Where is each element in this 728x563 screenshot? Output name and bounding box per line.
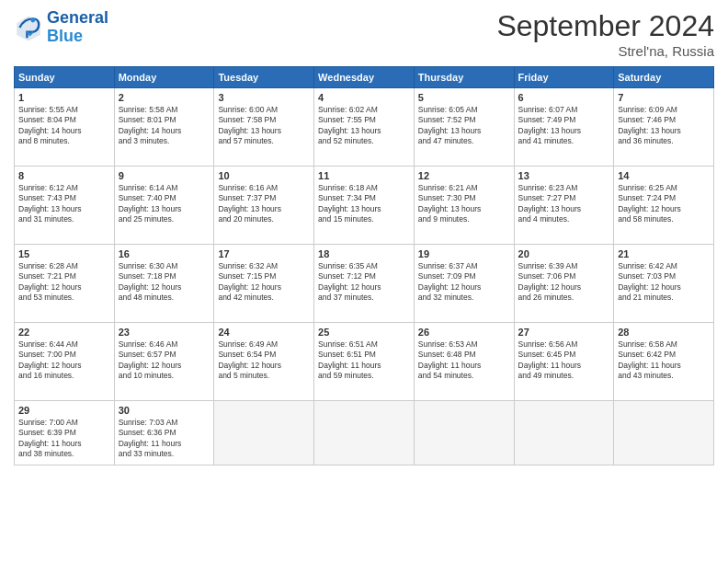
header-wednesday: Wednesday [314,67,415,88]
day-number: 23 [119,327,210,338]
calendar-cell: 13Sunrise: 6:23 AMSunset: 7:27 PMDayligh… [514,167,614,245]
calendar-cell: 17Sunrise: 6:32 AMSunset: 7:15 PMDayligh… [214,245,314,323]
calendar-cell: 10Sunrise: 6:16 AMSunset: 7:37 PMDayligh… [214,167,314,245]
header-tuesday: Tuesday [214,67,314,88]
logo-text: General Blue [47,9,108,46]
day-info: Sunrise: 6:14 AMSunset: 7:40 PMDaylight:… [119,183,210,225]
calendar-week-row: 22Sunrise: 6:44 AMSunset: 7:00 PMDayligh… [15,323,714,401]
header-thursday: Thursday [414,67,514,88]
calendar-cell [314,401,415,465]
day-number: 27 [518,327,610,338]
day-number: 9 [119,170,210,181]
logo: General Blue [14,9,108,46]
day-number: 13 [518,170,610,181]
day-info: Sunrise: 6:53 AMSunset: 6:48 PMDaylight:… [418,339,510,382]
calendar-cell: 4Sunrise: 6:02 AMSunset: 7:55 PMDaylight… [314,88,415,167]
calendar-cell: 2Sunrise: 5:58 AMSunset: 8:01 PMDaylight… [114,88,214,167]
calendar-cell: 21Sunrise: 6:42 AMSunset: 7:03 PMDayligh… [614,245,714,323]
day-info: Sunrise: 6:58 AMSunset: 6:42 PMDaylight:… [618,339,710,382]
calendar-cell: 18Sunrise: 6:35 AMSunset: 7:12 PMDayligh… [314,245,415,323]
day-info: Sunrise: 6:56 AMSunset: 6:45 PMDaylight:… [518,339,610,382]
day-number: 14 [618,170,710,181]
day-info: Sunrise: 6:02 AMSunset: 7:55 PMDaylight:… [318,105,410,147]
day-info: Sunrise: 5:58 AMSunset: 8:01 PMDaylight:… [119,105,210,147]
header-monday: Monday [114,67,214,88]
day-info: Sunrise: 7:03 AMSunset: 6:36 PMDaylight:… [119,418,210,460]
day-number: 24 [218,327,310,338]
day-info: Sunrise: 5:55 AMSunset: 8:04 PMDaylight:… [18,105,110,147]
day-number: 21 [618,248,710,259]
calendar-cell [414,401,514,465]
day-number: 19 [418,248,510,259]
page-header: General Blue September 2024 Strel'na, Ru… [14,9,714,59]
day-info: Sunrise: 6:42 AMSunset: 7:03 PMDaylight:… [618,261,710,304]
calendar-cell: 30Sunrise: 7:03 AMSunset: 6:36 PMDayligh… [114,401,214,465]
calendar-week-row: 1Sunrise: 5:55 AMSunset: 8:04 PMDaylight… [15,88,714,167]
day-info: Sunrise: 6:37 AMSunset: 7:09 PMDaylight:… [418,261,510,304]
calendar-week-row: 29Sunrise: 7:00 AMSunset: 6:39 PMDayligh… [15,401,714,465]
calendar-cell: 22Sunrise: 6:44 AMSunset: 7:00 PMDayligh… [15,323,115,401]
day-number: 22 [18,327,110,338]
day-info: Sunrise: 6:28 AMSunset: 7:21 PMDaylight:… [18,261,110,304]
day-info: Sunrise: 6:51 AMSunset: 6:51 PMDaylight:… [318,339,410,382]
calendar-cell: 16Sunrise: 6:30 AMSunset: 7:18 PMDayligh… [114,245,214,323]
day-number: 30 [119,405,210,416]
day-number: 4 [318,92,410,103]
month-title: September 2024 [496,9,714,43]
calendar-cell: 25Sunrise: 6:51 AMSunset: 6:51 PMDayligh… [314,323,415,401]
day-info: Sunrise: 6:32 AMSunset: 7:15 PMDaylight:… [218,261,310,304]
day-number: 29 [18,405,110,416]
day-info: Sunrise: 6:39 AMSunset: 7:06 PMDaylight:… [518,261,610,304]
day-number: 25 [318,327,410,338]
day-info: Sunrise: 6:30 AMSunset: 7:18 PMDaylight:… [119,261,210,304]
day-number: 5 [418,92,510,103]
day-info: Sunrise: 6:00 AMSunset: 7:58 PMDaylight:… [218,105,310,147]
location: Strel'na, Russia [496,43,714,59]
calendar-cell: 5Sunrise: 6:05 AMSunset: 7:52 PMDaylight… [414,88,514,167]
day-info: Sunrise: 6:44 AMSunset: 7:00 PMDaylight:… [18,339,110,382]
calendar-cell: 15Sunrise: 6:28 AMSunset: 7:21 PMDayligh… [15,245,115,323]
header-sunday: Sunday [15,67,115,88]
calendar-cell: 24Sunrise: 6:49 AMSunset: 6:54 PMDayligh… [214,323,314,401]
calendar-cell: 7Sunrise: 6:09 AMSunset: 7:46 PMDaylight… [614,88,714,167]
day-info: Sunrise: 6:16 AMSunset: 7:37 PMDaylight:… [218,183,310,225]
calendar-cell: 9Sunrise: 6:14 AMSunset: 7:40 PMDaylight… [114,167,214,245]
calendar-table: Sunday Monday Tuesday Wednesday Thursday… [14,66,714,465]
calendar-cell: 12Sunrise: 6:21 AMSunset: 7:30 PMDayligh… [414,167,514,245]
calendar-cell: 6Sunrise: 6:07 AMSunset: 7:49 PMDaylight… [514,88,614,167]
calendar-cell: 28Sunrise: 6:58 AMSunset: 6:42 PMDayligh… [614,323,714,401]
day-number: 1 [18,92,110,103]
day-number: 11 [318,170,410,181]
calendar-cell: 1Sunrise: 5:55 AMSunset: 8:04 PMDaylight… [15,88,115,167]
day-number: 16 [119,248,210,259]
day-info: Sunrise: 6:05 AMSunset: 7:52 PMDaylight:… [418,105,510,147]
day-number: 6 [518,92,610,103]
page-container: General Blue September 2024 Strel'na, Ru… [0,0,728,475]
day-info: Sunrise: 7:00 AMSunset: 6:39 PMDaylight:… [18,418,110,460]
calendar-cell: 26Sunrise: 6:53 AMSunset: 6:48 PMDayligh… [414,323,514,401]
day-number: 8 [18,170,110,181]
day-info: Sunrise: 6:46 AMSunset: 6:57 PMDaylight:… [119,339,210,382]
calendar-cell [214,401,314,465]
calendar-cell: 8Sunrise: 6:12 AMSunset: 7:43 PMDaylight… [15,167,115,245]
day-number: 10 [218,170,310,181]
day-number: 7 [618,92,710,103]
day-info: Sunrise: 6:21 AMSunset: 7:30 PMDaylight:… [418,183,510,225]
calendar-cell: 23Sunrise: 6:46 AMSunset: 6:57 PMDayligh… [114,323,214,401]
day-number: 3 [218,92,310,103]
calendar-cell: 3Sunrise: 6:00 AMSunset: 7:58 PMDaylight… [214,88,314,167]
calendar-cell: 20Sunrise: 6:39 AMSunset: 7:06 PMDayligh… [514,245,614,323]
logo-icon [14,13,43,42]
day-number: 26 [418,327,510,338]
calendar-cell [614,401,714,465]
day-info: Sunrise: 6:49 AMSunset: 6:54 PMDaylight:… [218,339,310,382]
day-info: Sunrise: 6:07 AMSunset: 7:49 PMDaylight:… [518,105,610,147]
calendar-cell [514,401,614,465]
day-info: Sunrise: 6:35 AMSunset: 7:12 PMDaylight:… [318,261,410,304]
title-block: September 2024 Strel'na, Russia [496,9,714,59]
calendar-cell: 14Sunrise: 6:25 AMSunset: 7:24 PMDayligh… [614,167,714,245]
header-saturday: Saturday [614,67,714,88]
day-info: Sunrise: 6:18 AMSunset: 7:34 PMDaylight:… [318,183,410,225]
calendar-week-row: 15Sunrise: 6:28 AMSunset: 7:21 PMDayligh… [15,245,714,323]
calendar-cell: 11Sunrise: 6:18 AMSunset: 7:34 PMDayligh… [314,167,415,245]
